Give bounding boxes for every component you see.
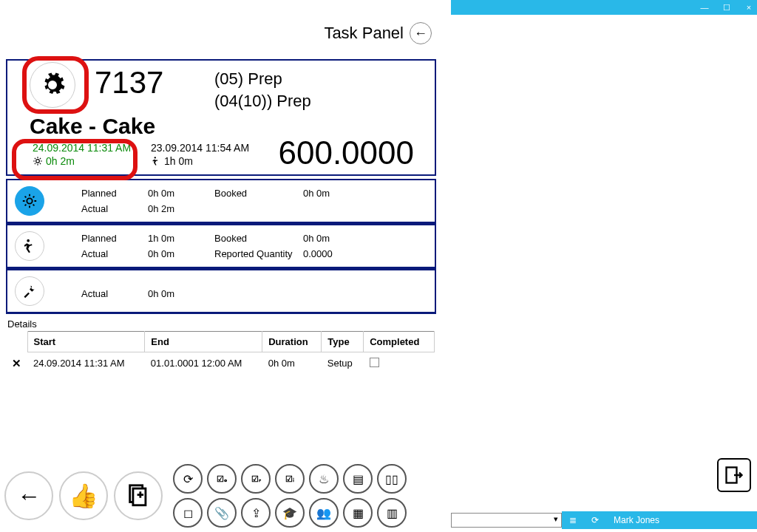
task-quantity: 600.0000 xyxy=(278,134,414,171)
gear-icon xyxy=(39,72,66,98)
upload-button[interactable]: ⇪ xyxy=(241,498,271,528)
paperclip-icon: 📎 xyxy=(214,506,229,520)
documents-button[interactable] xyxy=(114,471,163,520)
exit-icon xyxy=(724,465,744,485)
notebook-button[interactable]: ▥ xyxy=(377,498,407,528)
cell-end: 01.01.0001 12:00 AM xyxy=(145,352,262,375)
setup-actual-value: 0h 2m xyxy=(148,203,214,214)
status-strip: ≣ ⟳ Mark Jones xyxy=(562,511,757,529)
approve-button[interactable]: 👍 xyxy=(59,471,108,520)
label-booked: Booked xyxy=(214,233,303,244)
svg-point-1 xyxy=(155,157,156,158)
bottom-status-bar: ≣ ⟳ Mark Jones xyxy=(451,511,757,529)
svg-point-0 xyxy=(36,160,40,163)
window-titlebar: — ☐ × xyxy=(451,0,757,15)
delete-row-icon[interactable]: ✕ xyxy=(12,357,21,369)
status-setup-row[interactable]: Planned 0h 0m Booked 0h 0m Actual 0h 2m xyxy=(6,179,436,224)
run-duration: 1h 0m xyxy=(164,155,193,167)
open-book-icon: ▯▯ xyxy=(385,472,398,486)
education-button[interactable]: 🎓 xyxy=(275,498,305,528)
page-button[interactable]: ◻ xyxy=(173,498,203,528)
task-op1: (05) Prep xyxy=(214,68,311,90)
refresh-icon: ⟳ xyxy=(183,472,193,486)
label-actual: Actual xyxy=(81,203,148,214)
list-icon: ▤ xyxy=(353,472,364,486)
network-icon: ≣ xyxy=(569,515,577,525)
task-operations: (05) Prep (04(10)) Prep xyxy=(214,68,311,112)
run-status-icon-button[interactable] xyxy=(15,231,44,261)
setup-status-icon-button[interactable] xyxy=(15,186,44,216)
page-icon: ◻ xyxy=(183,506,193,520)
label-reported-qty: Reported Quantity xyxy=(214,248,303,259)
label-planned: Planned xyxy=(81,188,148,199)
label-planned: Planned xyxy=(81,233,148,244)
cell-duration: 0h 0m xyxy=(262,352,322,375)
completed-checkbox[interactable] xyxy=(370,358,379,367)
tool-actual-value: 0h 0m xyxy=(148,288,214,299)
nav-back-button[interactable]: ← xyxy=(4,471,53,520)
back-button[interactable]: ← xyxy=(410,22,432,44)
dropdown-selector[interactable] xyxy=(451,513,562,528)
users-icon: 👥 xyxy=(316,506,331,520)
col-duration[interactable]: Duration xyxy=(262,332,322,352)
bottom-toolbar: ← 👍 ⟳ ☑ₒ ☑ᵣ ☑ᵢ ♨ ▤ ▯▯ ◻ 📎 ⇪ 🎓 👥 ▦ ▥ xyxy=(4,464,407,528)
tools-icon xyxy=(22,284,37,299)
arrow-left-icon: ← xyxy=(414,26,427,41)
attach-button[interactable]: 📎 xyxy=(207,498,237,528)
tool-status-icon-button[interactable] xyxy=(15,276,44,306)
run-planned-value: 1h 0m xyxy=(148,233,214,244)
label-booked: Booked xyxy=(214,188,303,199)
task-op2: (04(10)) Prep xyxy=(214,90,311,112)
book-button[interactable]: ▯▯ xyxy=(377,464,407,494)
label-actual: Actual xyxy=(81,248,148,259)
col-end[interactable]: End xyxy=(145,332,262,352)
status-run-row[interactable]: Planned 1h 0m Booked 0h 0m Actual 0h 0m … xyxy=(6,224,436,269)
run-actual-value: 0h 0m xyxy=(148,248,214,259)
calendar-icon: ▦ xyxy=(353,506,364,520)
run-reported-qty-value: 0.0000 xyxy=(303,248,370,259)
check-i-button[interactable]: ☑ᵢ xyxy=(275,464,305,494)
users-button[interactable]: 👥 xyxy=(309,498,339,528)
check-o-button[interactable]: ☑ₒ xyxy=(207,464,237,494)
exit-button[interactable] xyxy=(717,458,751,492)
maximize-button[interactable]: ☐ xyxy=(722,3,732,13)
status-section: Planned 0h 0m Booked 0h 0m Actual 0h 2m … xyxy=(6,179,436,314)
gear-small-icon xyxy=(33,156,43,166)
label-actual: Actual xyxy=(81,288,148,299)
col-type[interactable]: Type xyxy=(322,332,364,352)
sync-icon[interactable]: ⟳ xyxy=(591,515,599,525)
cell-start: 24.09.2014 11:31 AM xyxy=(27,352,145,375)
details-label: Details xyxy=(7,318,757,330)
steam-button[interactable]: ♨ xyxy=(309,464,339,494)
col-start[interactable]: Start xyxy=(27,332,145,352)
check-list-i-icon: ☑ᵢ xyxy=(285,474,294,484)
panel-header: Task Panel ← xyxy=(0,0,442,52)
setup-duration: 0h 2m xyxy=(46,155,75,167)
task-summary-card: 7137 (05) Prep (04(10)) Prep Cake - Cake… xyxy=(6,59,436,176)
run-small-icon xyxy=(151,156,161,166)
check-list-r-icon: ☑ᵣ xyxy=(251,474,261,484)
list-button[interactable]: ▤ xyxy=(343,464,373,494)
calendar-button[interactable]: ▦ xyxy=(343,498,373,528)
thumbs-up-plus-icon: 👍 xyxy=(69,482,98,510)
time-current: 24.09.2014 11:31 AM xyxy=(33,142,151,154)
upload-icon: ⇪ xyxy=(251,506,261,520)
check-r-button[interactable]: ☑ᵣ xyxy=(241,464,271,494)
status-tool-row[interactable]: Actual 0h 0m xyxy=(6,269,436,314)
details-table: Start End Duration Type Completed ✕ 24.0… xyxy=(6,331,435,375)
run-booked-value: 0h 0m xyxy=(303,233,370,244)
user-name[interactable]: Mark Jones xyxy=(614,515,659,525)
check-list-o-icon: ☑ₒ xyxy=(217,474,228,484)
table-row[interactable]: ✕ 24.09.2014 11:31 AM 01.01.0001 12:00 A… xyxy=(6,352,435,375)
svg-point-3 xyxy=(27,239,30,242)
notebook-icon: ▥ xyxy=(387,506,398,520)
col-completed[interactable]: Completed xyxy=(364,332,435,352)
minimize-button[interactable]: — xyxy=(699,3,710,12)
time-planned: 23.09.2014 11:54 AM xyxy=(151,142,284,154)
close-button[interactable]: × xyxy=(744,3,754,12)
setup-booked-value: 0h 0m xyxy=(303,188,370,199)
arrow-left-bold-icon: ← xyxy=(17,482,41,510)
task-status-button[interactable] xyxy=(30,62,75,108)
panel-title: Task Panel xyxy=(324,24,404,43)
refresh-button[interactable]: ⟳ xyxy=(173,464,203,494)
